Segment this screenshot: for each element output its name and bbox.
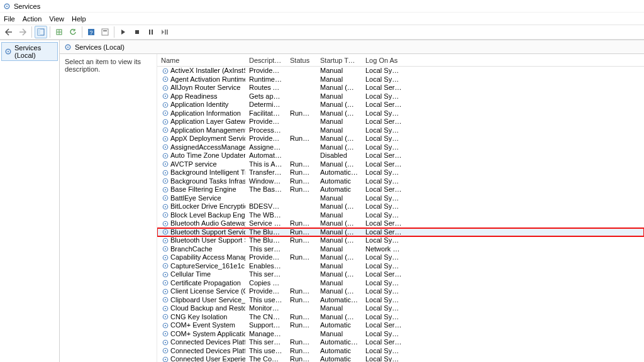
col-startup-type[interactable]: Startup Type bbox=[316, 57, 362, 64]
service-row[interactable]: AllJoyn Router ServiceRoutes AllJo...Man… bbox=[157, 84, 644, 92]
gear-icon bbox=[64, 43, 72, 52]
service-name: COM+ Event System bbox=[170, 321, 235, 329]
service-description: Gets apps re... bbox=[245, 92, 286, 101]
service-row[interactable]: Application IdentityDetermines ...Manual… bbox=[157, 101, 644, 109]
service-name: Background Tasks Infrastruc... bbox=[170, 177, 245, 185]
service-startup-type: Manual bbox=[316, 75, 362, 84]
service-row[interactable]: Background Tasks Infrastruc...Windows in… bbox=[157, 177, 644, 186]
refresh-button[interactable] bbox=[67, 26, 79, 38]
service-name: Application Layer Gateway ... bbox=[170, 118, 245, 126]
svg-rect-12 bbox=[165, 30, 166, 35]
service-row[interactable]: AppX Deployment Service (...Provides inf… bbox=[157, 134, 644, 143]
service-row[interactable]: BranchCacheThis service ...ManualNetwork… bbox=[157, 245, 644, 254]
service-name: CNG Key Isolation bbox=[170, 313, 227, 321]
col-status[interactable]: Status bbox=[286, 57, 316, 64]
service-startup-type: Manual (Trig... bbox=[316, 160, 362, 168]
svg-rect-10 bbox=[149, 30, 150, 35]
service-row[interactable]: Clipboard User Service_161e...This user … bbox=[157, 296, 644, 305]
forward-button[interactable] bbox=[16, 26, 29, 38]
restart-service-button[interactable] bbox=[158, 26, 171, 38]
service-description: The Bluetoo... bbox=[245, 228, 286, 236]
svg-point-51 bbox=[164, 206, 165, 207]
service-row[interactable]: CaptureService_161e1cEnables opti...Manu… bbox=[157, 262, 644, 271]
service-row[interactable]: Bluetooth Support ServiceThe Bluetoo...R… bbox=[157, 228, 644, 237]
service-log-on-as: Local Syste... bbox=[362, 143, 406, 151]
service-status: Running bbox=[286, 253, 316, 261]
service-row[interactable]: Bluetooth Audio Gateway S...Service sup.… bbox=[157, 219, 644, 228]
svg-rect-3 bbox=[38, 29, 40, 35]
service-name: COM+ System Application bbox=[170, 330, 245, 338]
service-status: Running bbox=[286, 287, 316, 295]
svg-point-63 bbox=[164, 257, 165, 258]
service-row[interactable]: Base Filtering EngineThe Base Fil...Runn… bbox=[157, 185, 644, 194]
service-icon bbox=[161, 67, 169, 75]
show-hide-tree-button[interactable] bbox=[35, 26, 47, 38]
service-row[interactable]: Certificate PropagationCopies user ...Ma… bbox=[157, 279, 644, 288]
description-pane: Select an item to view its description. bbox=[60, 54, 157, 362]
menu-view[interactable]: View bbox=[49, 15, 64, 23]
service-row[interactable]: Cloud Backup and Restore ...Monitors th.… bbox=[157, 304, 644, 313]
service-icon bbox=[161, 253, 169, 261]
service-name: Bluetooth Audio Gateway S... bbox=[170, 219, 245, 228]
service-row[interactable]: Connected User Experience...The Connec..… bbox=[157, 355, 644, 362]
help-button[interactable]: ? bbox=[85, 26, 97, 38]
service-log-on-as: Local Syste... bbox=[362, 194, 406, 202]
svg-point-77 bbox=[164, 316, 165, 317]
service-description: Processes in... bbox=[245, 126, 286, 134]
service-row[interactable]: CNG Key IsolationThe CNG ke...RunningMan… bbox=[157, 313, 644, 322]
service-log-on-as: Local Service bbox=[362, 338, 406, 346]
service-row[interactable]: BitLocker Drive Encryption ...BDESVC hos… bbox=[157, 202, 644, 211]
service-row[interactable]: Bluetooth User Support Ser...The Bluetoo… bbox=[157, 236, 644, 245]
service-row[interactable]: Auto Time Zone UpdaterAutomatica...Disab… bbox=[157, 151, 644, 160]
svg-point-35 bbox=[164, 138, 165, 140]
service-description: This service ... bbox=[245, 270, 286, 278]
service-row[interactable]: Block Level Backup Engine ...The WBENG..… bbox=[157, 211, 644, 220]
service-icon bbox=[161, 126, 169, 134]
service-row[interactable]: Application Layer Gateway ...Provides su… bbox=[157, 118, 644, 126]
back-button[interactable] bbox=[3, 26, 15, 38]
service-row[interactable]: App ReadinessGets apps re...ManualLocal … bbox=[157, 92, 644, 101]
services-list[interactable]: Name Description Status Startup Type Log… bbox=[157, 54, 644, 362]
service-description: Determines ... bbox=[245, 101, 286, 109]
service-row[interactable]: ActiveX Installer (AxInstSV)Provides Us.… bbox=[157, 67, 644, 75]
service-status: Running bbox=[286, 228, 316, 236]
service-row[interactable]: AssignedAccessManager Se...AssignedAc...… bbox=[157, 143, 644, 152]
service-row[interactable]: Background Intelligent Tran...Transfers … bbox=[157, 168, 644, 177]
col-description[interactable]: Description bbox=[245, 57, 286, 64]
service-row[interactable]: AVCTP serviceThis is Audi...RunningManua… bbox=[157, 160, 644, 169]
stop-service-button[interactable] bbox=[131, 26, 143, 38]
service-row[interactable]: BattlEye ServiceManualLocal Syste... bbox=[157, 194, 644, 203]
col-log-on-as[interactable]: Log On As bbox=[362, 57, 406, 64]
service-startup-type: Automatic bbox=[316, 321, 362, 329]
svg-point-57 bbox=[164, 231, 165, 233]
export-button[interactable] bbox=[53, 26, 65, 38]
service-startup-type: Manual bbox=[316, 330, 362, 338]
service-row[interactable]: Application ManagementProcesses in...Man… bbox=[157, 126, 644, 135]
properties-button[interactable] bbox=[99, 26, 111, 38]
start-service-button[interactable] bbox=[117, 26, 130, 38]
service-row[interactable]: Cellular TimeThis service ...Manual (Tri… bbox=[157, 270, 644, 279]
menu-action[interactable]: Action bbox=[23, 15, 42, 23]
service-startup-type: Manual (Trig... bbox=[316, 228, 362, 236]
service-row[interactable]: COM+ System ApplicationManages th...Manu… bbox=[157, 330, 644, 339]
service-row[interactable]: COM+ Event SystemSupports Sy...RunningAu… bbox=[157, 321, 644, 330]
service-row[interactable]: Application InformationFacilitates t...R… bbox=[157, 109, 644, 118]
service-icon bbox=[161, 92, 169, 101]
service-name: Cellular Time bbox=[170, 270, 211, 278]
service-row[interactable]: Agent Activation Runtime_...Runtime for.… bbox=[157, 75, 644, 84]
service-row[interactable]: Connected Devices Platfor...This service… bbox=[157, 338, 644, 347]
pause-service-button[interactable] bbox=[145, 26, 157, 38]
service-log-on-as: Local Syste... bbox=[362, 236, 406, 244]
service-row[interactable]: Client License Service (ClipS...Provides… bbox=[157, 287, 644, 296]
service-icon bbox=[161, 211, 169, 219]
menu-file[interactable]: File bbox=[4, 15, 15, 23]
service-row[interactable]: Connected Devices Platfor...This user se… bbox=[157, 347, 644, 356]
tree-item-services-local[interactable]: Services (Local) bbox=[1, 42, 58, 61]
service-log-on-as: Local Service bbox=[362, 84, 406, 92]
col-name[interactable]: Name bbox=[157, 57, 245, 64]
service-log-on-as: Local Syste... bbox=[362, 134, 406, 143]
service-icon bbox=[161, 118, 169, 126]
menu-help[interactable]: Help bbox=[72, 15, 86, 23]
service-icon bbox=[161, 321, 169, 329]
service-row[interactable]: Capability Access Manager ...Provides fa… bbox=[157, 253, 644, 262]
